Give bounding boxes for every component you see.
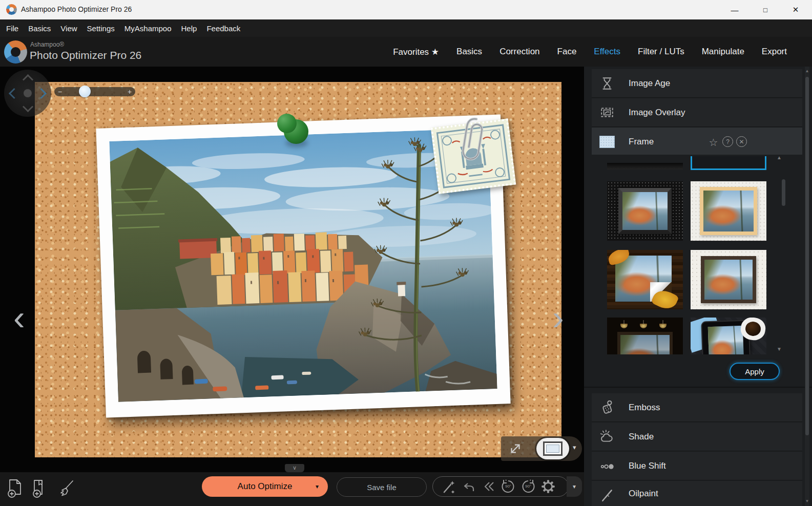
tab-effects[interactable]: Effects (594, 47, 620, 57)
pan-center-dot[interactable] (24, 89, 32, 97)
frame-thumbnail-dark-wood-mat[interactable] (691, 250, 766, 309)
effect-label: Emboss (629, 403, 660, 413)
effect-label: Shade (629, 432, 654, 442)
frame-thumbnail-tablet-coffee[interactable] (691, 318, 766, 354)
view-mode-button[interactable] (536, 438, 569, 459)
frame-thumbnail-picture-lights[interactable] (607, 318, 683, 354)
main-tabs: Favorites ★ Basics Correction Face Effec… (393, 37, 787, 67)
view-controls: ▾ (501, 436, 582, 461)
view-mode-dropdown-icon[interactable]: ▾ (573, 444, 576, 451)
effect-item-image-overlay[interactable]: Image Overlay (592, 98, 802, 127)
filmstrip-collapse-button[interactable]: ∨ (285, 464, 304, 472)
rotate-right-icon[interactable]: 90° (519, 478, 537, 495)
brand-name: Ashampoo® (30, 41, 64, 48)
effect-item-frame[interactable]: Frame ☆ ? ✕ (592, 128, 802, 156)
effect-item-blue-shift[interactable]: Blue Shift (592, 452, 802, 480)
panel-scrollbar[interactable]: ▲ ▼ (805, 67, 809, 506)
tab-face[interactable]: Face (557, 47, 577, 57)
picture-light-icon (659, 324, 667, 328)
thumbnails-scroll-down-icon[interactable]: ▼ (777, 346, 782, 352)
shade-icon (598, 428, 616, 446)
menu-feedback[interactable]: Feedback (206, 24, 240, 33)
frame-swatch-icon (598, 133, 616, 151)
frame-thumbnail-black-gallery[interactable] (607, 181, 683, 241)
panel-divider (584, 387, 812, 388)
effect-item-image-age[interactable]: Image Age (592, 69, 802, 98)
tab-export[interactable]: Export (762, 47, 787, 57)
minimize-button[interactable]: — (723, 0, 746, 19)
effect-item-shade[interactable]: Shade (592, 423, 802, 451)
menu-settings[interactable]: Settings (87, 24, 115, 33)
settings-gear-icon[interactable] (539, 478, 557, 495)
thumbnails-scroll-up-icon[interactable]: ▲ (777, 155, 782, 160)
file-actions (5, 477, 76, 500)
tab-basics[interactable]: Basics (456, 47, 482, 57)
frame-styles-list: ▲ ▼ (584, 155, 812, 354)
panel-scroll-down-icon[interactable]: ▼ (805, 499, 809, 503)
help-icon[interactable]: ? (722, 136, 733, 147)
favorite-star-icon[interactable]: ☆ (707, 136, 719, 148)
frame-thumbnail-corkboard-selected[interactable] (691, 156, 766, 170)
add-images-from-folder-button[interactable] (30, 477, 51, 500)
menu-file[interactable]: File (6, 24, 18, 33)
zoom-slider-handle[interactable] (79, 86, 91, 97)
save-file-button[interactable]: Save file (337, 477, 427, 497)
effect-item-emboss[interactable]: Emboss (592, 393, 802, 422)
rotate-left-degree-label: 90° (499, 484, 517, 489)
menu-view[interactable]: View (60, 24, 77, 33)
picture-light-icon (620, 324, 628, 328)
close-button[interactable]: ✕ (784, 0, 807, 19)
auto-optimize-button[interactable]: Auto Optimize ▾ (202, 476, 328, 497)
tab-manipulate[interactable]: Manipulate (702, 47, 744, 57)
clear-list-broom-button[interactable] (55, 477, 76, 500)
zoom-out-icon[interactable]: − (55, 87, 65, 96)
undo-all-icon[interactable] (480, 478, 497, 495)
apply-button[interactable]: Apply (730, 363, 780, 380)
frame-thumbnail-partial[interactable] (607, 163, 683, 170)
frame-row-actions: ☆ ? ✕ (707, 136, 747, 148)
zoom-in-icon[interactable]: + (125, 87, 134, 96)
menu-help[interactable]: Help (181, 24, 197, 33)
quick-tools-group: 90° 90° (432, 476, 569, 497)
app-icon (6, 4, 17, 15)
panel-scrollbar-thumb[interactable] (805, 77, 809, 435)
product-name: Photo Optimizer Pro 26 (30, 49, 141, 61)
undo-icon[interactable] (460, 478, 477, 495)
image-overlay-icon (598, 104, 616, 121)
pan-left-icon[interactable] (9, 88, 19, 99)
maximize-button[interactable]: □ (754, 0, 777, 19)
quick-tools-dropdown-icon[interactable]: ▾ (567, 476, 582, 497)
tab-correction[interactable]: Correction (499, 47, 539, 57)
rotate-left-icon[interactable]: 90° (499, 478, 517, 495)
effect-item-oilpaint[interactable]: Oilpaint (592, 481, 802, 506)
title-bar: Ashampoo Photo Optimizer Pro 26 — □ ✕ (0, 0, 812, 19)
thumbnails-scrollbar[interactable] (782, 179, 785, 206)
magic-wand-icon[interactable] (440, 478, 457, 495)
previous-image-button[interactable]: ‹ (13, 302, 25, 333)
header: Ashampoo® Photo Optimizer Pro 26 Favorit… (0, 37, 812, 67)
effect-label: Blue Shift (629, 461, 666, 471)
frame-thumbnail-cream-wood[interactable] (691, 181, 766, 241)
frame-thumbnail-autumn-curl[interactable] (607, 250, 683, 309)
tab-favorites[interactable]: Favorites ★ (393, 47, 439, 57)
pan-control[interactable] (4, 70, 51, 117)
add-image-button[interactable] (5, 477, 26, 500)
window-title: Ashampoo Photo Optimizer Pro 26 (21, 5, 132, 13)
panel-scroll-up-icon[interactable]: ▲ (805, 69, 809, 73)
pan-right-icon[interactable] (36, 88, 47, 99)
pan-up-icon[interactable] (23, 74, 33, 85)
zoom-slider[interactable]: − + (54, 87, 135, 96)
effect-label: Frame (629, 137, 654, 147)
menu-basics[interactable]: Basics (28, 24, 51, 33)
ashampoo-logo-icon (4, 40, 27, 64)
effect-label: Image Age (629, 78, 670, 89)
next-image-button[interactable]: › (552, 302, 564, 333)
bottom-toolbar: Auto Optimize ▾ Save file 90° 90° (0, 472, 584, 506)
menu-myashampoo[interactable]: MyAshampoo (124, 24, 172, 33)
pan-down-icon[interactable] (23, 101, 33, 112)
tab-filter-luts[interactable]: Filter / LUTs (638, 47, 684, 57)
fit-to-screen-icon[interactable] (508, 441, 523, 456)
auto-optimize-dropdown-icon[interactable]: ▾ (316, 483, 319, 490)
emboss-icon (598, 399, 616, 416)
remove-effect-icon[interactable]: ✕ (736, 136, 747, 147)
